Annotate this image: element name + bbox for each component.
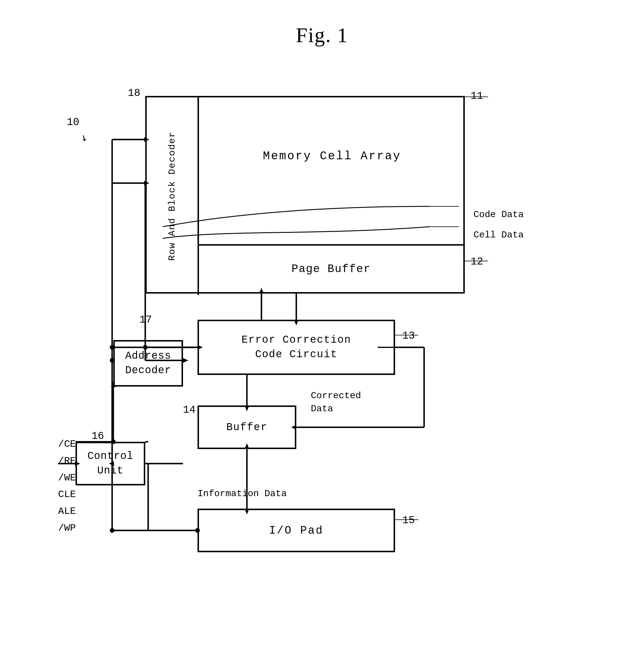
ref-15-line: [395, 519, 418, 520]
information-data-label: Information Data: [198, 488, 287, 499]
ref-10-arrow: ↘: [78, 130, 90, 145]
ref-11: 11: [470, 90, 483, 102]
cell-data-label: Cell Data: [474, 229, 524, 240]
ref-14: 14: [183, 404, 196, 416]
io-pad-box: I/O Pad: [198, 509, 395, 552]
ecc-label-line1: Error Correction: [242, 333, 351, 347]
ref-17: 17: [139, 314, 152, 326]
control-unit-box: Control Unit: [75, 442, 145, 485]
ecc-box: Error Correction Code Circuit: [198, 320, 395, 375]
signal-re: /RE: [58, 453, 76, 470]
page-buffer-box: Page Buffer: [198, 244, 465, 293]
page-title: Fig. 1: [0, 0, 644, 47]
corrected-data-label: Corrected Data: [311, 390, 361, 416]
signals-group: /CE /RE /WE CLE ALE /WP: [58, 436, 76, 537]
memory-cell-array-label: Memory Cell Array: [263, 150, 401, 163]
control-unit-label2: Unit: [88, 464, 133, 478]
buffer-box: Buffer: [198, 406, 296, 449]
signal-ce: /CE: [58, 436, 76, 453]
ref-13: 13: [402, 330, 415, 342]
ref-15: 15: [402, 515, 415, 526]
buffer-label: Buffer: [226, 421, 268, 433]
ref-12-line: [465, 261, 488, 261]
ref-12: 12: [470, 256, 483, 268]
ref-18: 18: [128, 87, 140, 99]
diagram: 10 ↘ Row And Block Decoder Memory Cell A…: [58, 81, 581, 619]
svg-point-33: [110, 528, 114, 533]
ref-16: 16: [92, 430, 104, 442]
ecc-label-line2: Code Circuit: [242, 347, 351, 362]
control-unit-label1: Control: [88, 449, 133, 464]
signal-wp: /WP: [58, 520, 76, 537]
ref-13-line: [395, 335, 418, 335]
address-decoder-label1: Address: [125, 349, 171, 363]
address-decoder-label2: Decoder: [125, 363, 171, 378]
code-data-label: Code Data: [474, 209, 524, 220]
io-pad-label: I/O Pad: [269, 524, 324, 537]
signal-we: /WE: [58, 470, 76, 486]
address-decoder-box: Address Decoder: [113, 340, 183, 387]
svg-marker-4: [183, 358, 188, 363]
page-buffer-label: Page Buffer: [292, 263, 371, 275]
ref-11-line: [465, 96, 488, 97]
signal-cle: CLE: [58, 486, 76, 503]
ref-10: 10: [67, 116, 79, 128]
signal-ale: ALE: [58, 503, 76, 520]
